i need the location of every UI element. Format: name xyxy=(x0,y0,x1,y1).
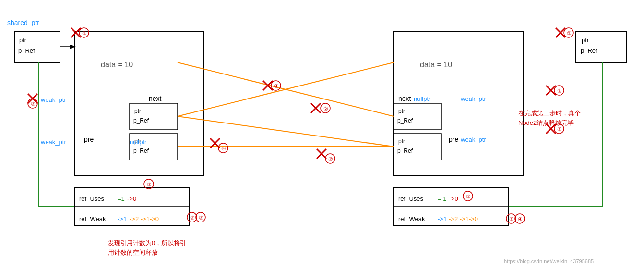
svg-text:next: next xyxy=(398,95,411,102)
svg-text:weak_ptr: weak_ptr xyxy=(460,95,486,102)
svg-text:④: ④ xyxy=(518,216,523,222)
svg-text:p_Ref: p_Ref xyxy=(133,148,149,154)
svg-text:nullptr: nullptr xyxy=(414,95,431,102)
svg-text:->2   ->1->0: ->2 ->1->0 xyxy=(449,215,478,222)
svg-text:p_Ref: p_Ref xyxy=(397,148,413,154)
svg-text:发现引用计数为0，所以将引: 发现引用计数为0，所以将引 xyxy=(108,239,186,246)
svg-text:shared_ptr: shared_ptr xyxy=(7,19,39,26)
svg-text:④: ④ xyxy=(221,146,226,151)
svg-text:ref_Uses: ref_Uses xyxy=(79,195,105,202)
svg-text:④: ④ xyxy=(274,83,279,89)
svg-text:③: ③ xyxy=(147,182,152,187)
svg-text:ptr: ptr xyxy=(19,37,27,44)
svg-text:pre: pre xyxy=(84,136,94,143)
svg-text:next: next xyxy=(149,95,162,102)
svg-text:③: ③ xyxy=(31,101,36,107)
svg-text:weak_ptr: weak_ptr xyxy=(460,136,486,143)
svg-text:ref_Uses: ref_Uses xyxy=(398,195,424,202)
main-svg: data = 10 next ptr p_Ref pre ptr p_Ref p… xyxy=(0,0,644,271)
svg-text:ptr: ptr xyxy=(134,108,141,114)
svg-text:->2 ->1->0: ->2 ->1->0 xyxy=(130,215,159,222)
svg-text:->1: ->1 xyxy=(438,215,447,222)
svg-text:data = 10: data = 10 xyxy=(101,61,133,69)
svg-text:p_Ref: p_Ref xyxy=(397,117,413,124)
svg-text:②: ② xyxy=(190,215,195,221)
svg-line-53 xyxy=(178,116,394,147)
svg-text:在完成第二步时，真个: 在完成第二步时，真个 xyxy=(518,110,581,117)
svg-text:= 1: = 1 xyxy=(438,195,446,202)
svg-text:①: ① xyxy=(466,194,471,199)
svg-text:①: ① xyxy=(567,30,572,36)
svg-text:①: ① xyxy=(557,88,562,94)
svg-text:nullptr: nullptr xyxy=(130,138,147,146)
svg-text:data = 10: data = 10 xyxy=(420,61,452,69)
svg-text:①: ① xyxy=(557,126,562,132)
svg-text:p_Ref: p_Ref xyxy=(133,117,149,124)
svg-text:ptr: ptr xyxy=(582,37,589,44)
svg-text:->1: ->1 xyxy=(118,215,127,222)
svg-text:①: ① xyxy=(509,216,514,222)
svg-text:https://blog.csdn.net/weixin_4: https://blog.csdn.net/weixin_43795685 xyxy=(504,259,594,264)
svg-text:pre: pre xyxy=(449,136,458,143)
svg-text:p_Ref: p_Ref xyxy=(18,47,35,54)
svg-text:p_Ref: p_Ref xyxy=(581,47,597,54)
svg-text:=1: =1 xyxy=(118,195,125,202)
svg-text:weak_ptr: weak_ptr xyxy=(40,138,66,146)
svg-text:>0: >0 xyxy=(451,195,458,202)
diagram-container: data = 10 next ptr p_Ref pre ptr p_Ref p… xyxy=(0,0,644,271)
svg-text:weak_ptr: weak_ptr xyxy=(40,96,66,103)
svg-text:③: ③ xyxy=(82,30,87,36)
svg-text:Node2结点释放完毕: Node2结点释放完毕 xyxy=(518,119,574,126)
svg-text:ptr: ptr xyxy=(398,108,405,114)
svg-text:ptr: ptr xyxy=(398,138,405,145)
svg-text:②: ② xyxy=(323,106,328,111)
svg-text:③: ③ xyxy=(199,215,203,221)
svg-text:ref_Weak: ref_Weak xyxy=(398,215,425,222)
svg-text:②: ② xyxy=(328,156,333,162)
svg-text:用计数的空间释放: 用计数的空间释放 xyxy=(108,249,158,256)
svg-text:->0: ->0 xyxy=(127,195,136,202)
svg-text:ref_Weak: ref_Weak xyxy=(79,215,106,222)
